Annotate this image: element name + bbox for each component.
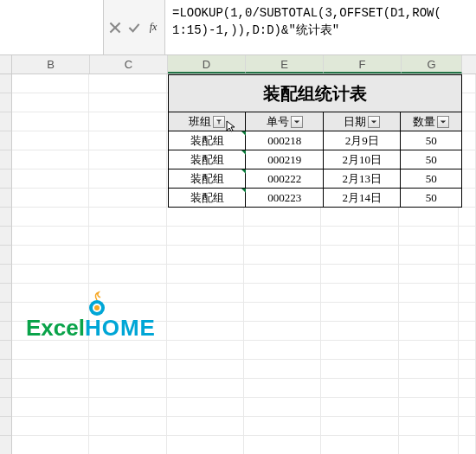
cell-group[interactable]: 装配组 — [169, 169, 246, 188]
excelhome-logo: ExcelHOME — [26, 315, 156, 342]
cell-group[interactable]: 装配组 — [169, 131, 246, 150]
table-row[interactable]: 装配组 000218 2月9日 50 — [169, 131, 461, 150]
table-header-group[interactable]: 班组 — [169, 112, 246, 131]
name-box[interactable] — [0, 0, 104, 54]
svg-marker-4 — [294, 120, 299, 123]
col-header-e[interactable]: E — [246, 55, 324, 74]
logo-excel: Excel — [26, 315, 85, 342]
table-header-qty[interactable]: 数量 — [401, 112, 461, 131]
table-header-row: 班组 单号 日期 数量 — [168, 112, 462, 131]
filter-button-group[interactable] — [213, 116, 225, 128]
cell-qty[interactable]: 50 — [401, 150, 461, 169]
formula-line1: =LOOKUP(1,0/SUBTOTAL(3,OFFSET(D1,ROW( — [172, 6, 441, 20]
cell-date[interactable]: 2月14日 — [324, 189, 401, 207]
cell-qty[interactable]: 50 — [401, 131, 461, 150]
filter-button-date[interactable] — [368, 116, 380, 128]
cell-order[interactable]: 000222 — [246, 169, 323, 188]
filter-button-order[interactable] — [291, 116, 303, 128]
col-header-f[interactable]: F — [324, 55, 402, 74]
header-label-date: 日期 — [344, 112, 366, 131]
cell-order[interactable]: 000219 — [246, 150, 323, 169]
svg-point-10 — [94, 305, 100, 310]
fx-button[interactable]: fx — [147, 22, 159, 34]
col-header-d[interactable]: D — [168, 55, 246, 74]
header-label-order: 单号 — [267, 112, 289, 131]
cell-group[interactable]: 装配组 — [169, 150, 246, 169]
table-header-order[interactable]: 单号 — [246, 112, 323, 131]
cell-order[interactable]: 000223 — [246, 189, 323, 207]
spreadsheet-grid[interactable]: B C D E F G 装配组统计表 班组 — [0, 55, 476, 454]
cell-date[interactable]: 2月10日 — [324, 150, 401, 169]
table-data: 装配组 000218 2月9日 50 装配组 000219 2月10日 50 装… — [168, 131, 462, 208]
col-header-c[interactable]: C — [90, 55, 168, 74]
column-headers: B C D E F G — [0, 55, 476, 74]
svg-marker-6 — [441, 120, 446, 123]
table-title: 装配组统计表 — [168, 74, 462, 112]
col-header-g[interactable]: G — [402, 55, 462, 74]
cell-date[interactable]: 2月13日 — [324, 169, 401, 188]
cell-group[interactable]: 装配组 — [169, 189, 246, 207]
formula-bar: fx =LOOKUP(1,0/SUBTOTAL(3,OFFSET(D1,ROW(… — [0, 0, 476, 55]
header-label-qty: 数量 — [413, 112, 435, 131]
enter-button[interactable] — [128, 22, 140, 34]
logo-home: HOME — [85, 315, 156, 342]
table-header-date[interactable]: 日期 — [324, 112, 401, 131]
header-label-group: 班组 — [189, 112, 211, 131]
mascot-icon — [85, 291, 109, 318]
table-row[interactable]: 装配组 000222 2月13日 50 — [169, 169, 461, 189]
formula-line2: 1:15)-1,)),D:D)&"统计表" — [172, 23, 339, 37]
table-row[interactable]: 装配组 000223 2月14日 50 — [169, 189, 461, 208]
cell-qty[interactable]: 50 — [401, 169, 461, 188]
cell-order[interactable]: 000218 — [246, 131, 323, 150]
filter-button-qty[interactable] — [437, 116, 449, 128]
formula-input[interactable]: =LOOKUP(1,0/SUBTOTAL(3,OFFSET(D1,ROW( 1:… — [165, 0, 476, 54]
cancel-button[interactable] — [109, 22, 121, 34]
svg-marker-5 — [371, 120, 376, 123]
svg-rect-3 — [219, 122, 220, 124]
table-row[interactable]: 装配组 000219 2月10日 50 — [169, 150, 461, 169]
svg-marker-2 — [216, 119, 222, 121]
col-header-b[interactable]: B — [12, 55, 90, 74]
formula-buttons: fx — [104, 0, 165, 54]
cell-qty[interactable]: 50 — [401, 189, 461, 207]
cell-date[interactable]: 2月9日 — [324, 131, 401, 150]
